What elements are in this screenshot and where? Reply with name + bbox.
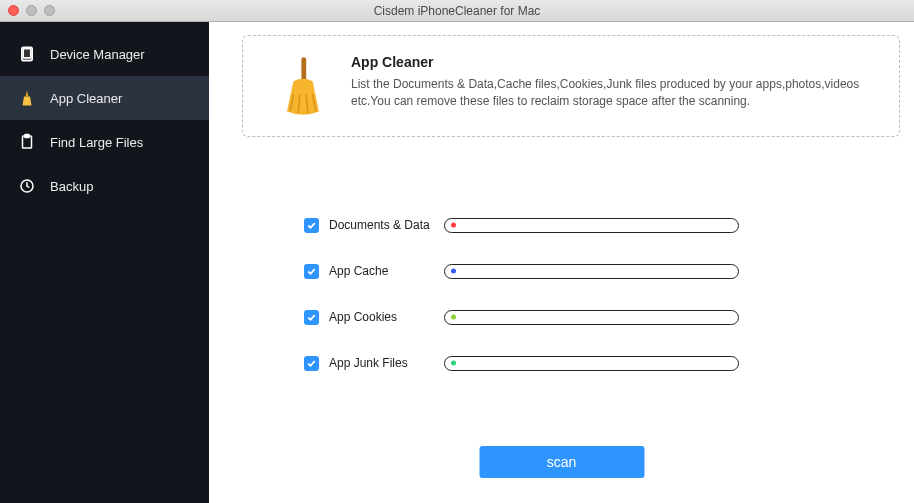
sidebar-item-backup[interactable]: Backup	[0, 164, 209, 208]
titlebar: Cisdem iPhoneCleaner for Mac	[0, 0, 914, 22]
progress-bar	[444, 264, 739, 279]
checkbox-app-junk-files[interactable]	[304, 356, 319, 371]
category-row-app-cache: App Cache	[304, 248, 854, 294]
traffic-lights	[0, 5, 55, 16]
sidebar-item-find-large-files[interactable]: Find Large Files	[0, 120, 209, 164]
progress-dot	[451, 361, 456, 366]
checkbox-app-cache[interactable]	[304, 264, 319, 279]
progress-bar	[444, 310, 739, 325]
info-title: App Cleaner	[351, 54, 879, 70]
cleaner-icon	[18, 89, 36, 107]
category-row-app-cookies: App Cookies	[304, 294, 854, 340]
category-label: Documents & Data	[329, 218, 444, 232]
checkbox-documents-data[interactable]	[304, 218, 319, 233]
info-description: List the Documents & Data,Cache files,Co…	[351, 76, 879, 111]
category-list: Documents & Data App Cache App Cookies	[304, 202, 854, 386]
info-box: App Cleaner List the Documents & Data,Ca…	[242, 35, 900, 137]
sidebar-item-label: Device Manager	[50, 47, 145, 62]
progress-dot	[451, 315, 456, 320]
checkbox-app-cookies[interactable]	[304, 310, 319, 325]
sidebar: Device Manager App Cleaner Find Large Fi…	[0, 22, 209, 503]
progress-dot	[451, 223, 456, 228]
content: Device Manager App Cleaner Find Large Fi…	[0, 22, 914, 503]
info-text: App Cleaner List the Documents & Data,Ca…	[351, 46, 879, 126]
minimize-window-button[interactable]	[26, 5, 37, 16]
sidebar-item-label: App Cleaner	[50, 91, 122, 106]
main-panel: App Cleaner List the Documents & Data,Ca…	[209, 22, 914, 503]
backup-icon	[18, 177, 36, 195]
close-window-button[interactable]	[8, 5, 19, 16]
progress-bar	[444, 356, 739, 371]
window-title: Cisdem iPhoneCleaner for Mac	[0, 4, 914, 18]
scan-button[interactable]: scan	[479, 446, 644, 478]
sidebar-item-device-manager[interactable]: Device Manager	[0, 32, 209, 76]
sidebar-item-label: Backup	[50, 179, 93, 194]
sidebar-item-label: Find Large Files	[50, 135, 143, 150]
progress-bar	[444, 218, 739, 233]
zoom-window-button[interactable]	[44, 5, 55, 16]
sidebar-item-app-cleaner[interactable]: App Cleaner	[0, 76, 209, 120]
broom-icon	[273, 46, 333, 126]
device-icon	[18, 45, 36, 63]
clipboard-icon	[18, 133, 36, 151]
category-label: App Cache	[329, 264, 444, 278]
svg-rect-1	[23, 49, 31, 58]
category-row-documents-data: Documents & Data	[304, 202, 854, 248]
category-label: App Junk Files	[329, 356, 444, 370]
category-row-app-junk-files: App Junk Files	[304, 340, 854, 386]
category-label: App Cookies	[329, 310, 444, 324]
progress-dot	[451, 269, 456, 274]
svg-rect-3	[25, 135, 30, 138]
